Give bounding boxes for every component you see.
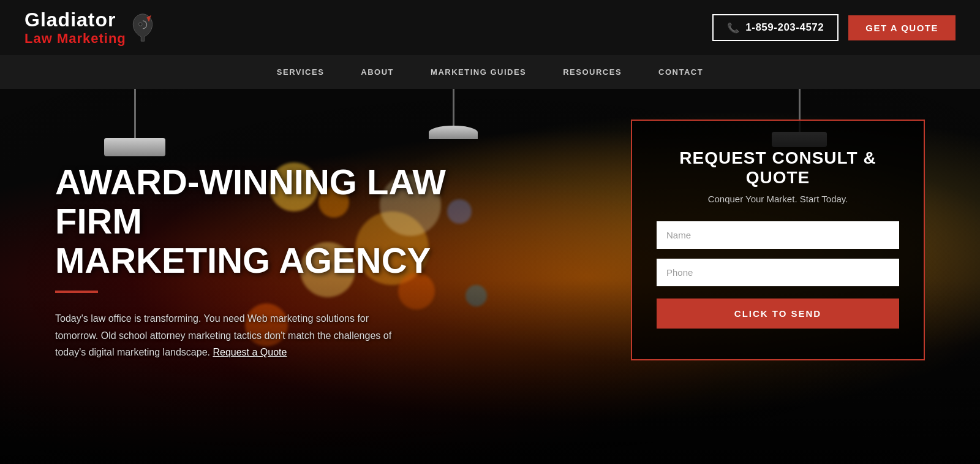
ceiling-light-2 <box>429 89 478 139</box>
request-quote-link[interactable]: Request a Quote <box>213 347 287 357</box>
logo[interactable]: Gladiator Law Marketing <box>24 9 156 45</box>
hero-divider <box>55 291 98 293</box>
logo-text: Gladiator Law Marketing <box>24 9 126 45</box>
header-actions: 📞 1-859-203-4572 GET A QUOTE <box>712 14 956 41</box>
hero-description: Today's law office is transforming. You … <box>55 310 410 360</box>
nav-about[interactable]: ABOUT <box>361 67 394 77</box>
nav-services[interactable]: SERVICES <box>277 67 325 77</box>
name-input[interactable] <box>657 221 899 249</box>
phone-input[interactable] <box>657 259 899 286</box>
svg-point-0 <box>138 23 142 26</box>
get-quote-button[interactable]: GET A QUOTE <box>848 15 956 40</box>
submit-button[interactable]: CLICK TO SEND <box>657 299 899 329</box>
main-nav: SERVICES ABOUT MARKETING GUIDES RESOURCE… <box>0 55 980 89</box>
logo-gladiator: Gladiator <box>24 9 126 31</box>
form-title: REQUEST CONSULT & QUOTE <box>657 148 899 188</box>
hero-section: AWARD-WINNING LAW FIRM MARKETING AGENCY … <box>0 89 980 464</box>
phone-button[interactable]: 📞 1-859-203-4572 <box>712 14 839 41</box>
site-header: Gladiator Law Marketing 📞 1-859-203-4572… <box>0 0 980 55</box>
phone-icon: 📞 <box>727 22 740 34</box>
form-subtitle: Conquer Your Market. Start Today. <box>657 194 899 204</box>
nav-contact[interactable]: CONTACT <box>658 67 703 77</box>
contact-form-panel: REQUEST CONSULT & QUOTE Conquer Your Mar… <box>631 120 925 360</box>
hero-title: AWARD-WINNING LAW FIRM MARKETING AGENCY <box>55 162 484 280</box>
helmet-icon <box>130 13 156 42</box>
phone-number: 1-859-203-4572 <box>745 21 824 34</box>
logo-law-marketing: Law Marketing <box>24 31 126 46</box>
hero-content: AWARD-WINNING LAW FIRM MARKETING AGENCY … <box>55 162 484 360</box>
nav-marketing-guides[interactable]: MARKETING GUIDES <box>431 67 526 77</box>
nav-resources[interactable]: RESOURCES <box>563 67 622 77</box>
ceiling-light-1 <box>104 89 165 156</box>
